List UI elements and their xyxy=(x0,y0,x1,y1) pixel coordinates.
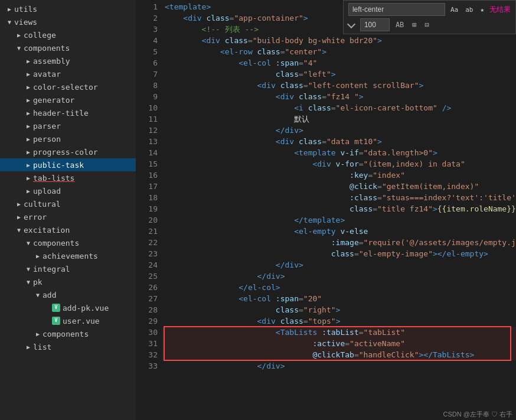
sidebar-item-list[interactable]: ▶ list xyxy=(0,340,136,353)
sidebar-item-utils[interactable]: ▶ utils xyxy=(0,2,136,15)
code-line: <el-empty v-else xyxy=(162,226,516,237)
search-input[interactable] xyxy=(348,3,445,16)
code-line: <el-col :span="20" xyxy=(162,293,516,304)
code-line: </div> xyxy=(162,360,516,372)
sidebar-item-label: utils xyxy=(14,5,131,14)
arrow-icon: ▶ xyxy=(24,58,33,64)
code-line: <template v-if="data.length>0"> xyxy=(162,147,516,158)
sidebar-item-label: excitation xyxy=(24,226,131,235)
arrow-icon: ▼ xyxy=(33,292,43,298)
sidebar-item-achievements[interactable]: ▶ achievements xyxy=(0,249,136,262)
sidebar-item-person[interactable]: ▶ person xyxy=(0,132,136,145)
sidebar-item-cultural[interactable]: ▶ cultural xyxy=(0,197,136,210)
sidebar-item-label: add-pk.vue xyxy=(63,304,131,312)
code-line: class="el-empty-image"></el-empty> xyxy=(162,248,516,259)
code-line: @click="getItem(item,index)" xyxy=(162,181,516,192)
sidebar-item-excitation-components[interactable]: ▼ components xyxy=(0,236,136,249)
arrow-icon: ▼ xyxy=(14,45,24,51)
code-line: <div class="fz14 "> xyxy=(162,91,516,102)
code-line: <div class="data mt10"> xyxy=(162,136,516,147)
code-line: class="title fz14">{{item.roleName}}</di… xyxy=(162,203,516,214)
code-line: <div v-for="(item,index) in data" xyxy=(162,158,516,170)
sidebar-item-label: cultural xyxy=(24,200,131,209)
arrow-icon: ▶ xyxy=(24,162,33,168)
search-btn-aa[interactable]: Aa xyxy=(449,5,460,14)
line-numbers: 1234567891011121314151617181920212223242… xyxy=(136,0,162,420)
arrow-icon: ▶ xyxy=(14,32,24,38)
sidebar-item-label: progress-color xyxy=(33,148,131,157)
arrow-icon: ▶ xyxy=(24,149,33,155)
sidebar-item-label: components xyxy=(33,239,131,248)
sidebar-item-label: views xyxy=(14,18,131,27)
search-btn-ab2[interactable]: AB xyxy=(393,20,406,30)
count-input[interactable] xyxy=(360,18,390,31)
sidebar-item-label: parser xyxy=(33,122,131,131)
sidebar-item-label: add xyxy=(43,291,131,299)
sidebar-item-add-pk[interactable]: V add-pk.vue xyxy=(0,301,136,314)
sidebar: ▶ utils ▼ views ▶ college ▼ components ▶… xyxy=(0,0,136,420)
sidebar-item-color-selector[interactable]: ▶ color-selector xyxy=(0,80,136,93)
arrow-icon: ▶ xyxy=(14,201,24,207)
sidebar-item-tab-lists[interactable]: ▶ tab-lists xyxy=(0,171,136,184)
sidebar-item-add[interactable]: ▼ add xyxy=(0,288,136,301)
search-icon-box2[interactable]: ⊟ xyxy=(423,20,432,30)
sidebar-item-label: components xyxy=(43,330,131,338)
arrow-icon: ▶ xyxy=(24,123,33,129)
sidebar-item-views[interactable]: ▼ views xyxy=(0,15,136,28)
code-line: class="right"> xyxy=(162,304,516,315)
code-line: @clickTab="handleClick"></TabLists> xyxy=(162,349,516,360)
sidebar-item-college[interactable]: ▶ college xyxy=(0,28,136,41)
sidebar-item-assembly[interactable]: ▶ assembly xyxy=(0,54,136,67)
sidebar-item-pk-components[interactable]: ▶ components xyxy=(0,327,136,340)
code-lines[interactable]: <template> <div class="app-container"> <… xyxy=(162,0,516,420)
arrow-icon: ▶ xyxy=(5,6,14,12)
code-line: :key="index" xyxy=(162,170,516,181)
code-line: <div class="tops"> xyxy=(162,315,516,327)
sidebar-item-components[interactable]: ▼ components xyxy=(0,41,136,54)
sidebar-item-label: header-title xyxy=(33,109,131,118)
arrow-icon: ▼ xyxy=(24,266,33,272)
code-content: 1234567891011121314151617181920212223242… xyxy=(136,0,516,420)
sidebar-item-generator[interactable]: ▶ generator xyxy=(0,93,136,106)
sidebar-item-label: tab-lists xyxy=(33,174,131,183)
code-line: :class="stuas===index?'text':'title'" xyxy=(162,192,516,203)
sidebar-item-label: user.vue xyxy=(63,317,131,325)
sidebar-item-progress-color[interactable]: ▶ progress-color xyxy=(0,145,136,158)
arrow-icon: ▼ xyxy=(14,227,24,233)
code-line: <i class="el-icon-caret-bottom" /> xyxy=(162,102,516,113)
arrow-icon: ▶ xyxy=(24,175,33,181)
sidebar-item-avatar[interactable]: ▶ avatar xyxy=(0,67,136,80)
sidebar-item-excitation[interactable]: ▼ excitation xyxy=(0,223,136,236)
code-line: </div> xyxy=(162,125,516,136)
sidebar-item-label: generator xyxy=(33,96,131,105)
sidebar-item-label: avatar xyxy=(33,70,131,79)
code-line: </div> xyxy=(162,271,516,282)
search-icon-box1[interactable]: ⊞ xyxy=(410,20,419,30)
arrow-icon: ▼ xyxy=(24,279,33,285)
sidebar-item-label: list xyxy=(33,343,131,351)
sidebar-item-public-task[interactable]: ▶ public-task xyxy=(0,158,136,171)
code-line: </template> xyxy=(162,214,516,226)
search-btn-ab[interactable]: ab xyxy=(463,5,475,14)
code-line: </el-col> xyxy=(162,282,516,293)
sidebar-item-label: integral xyxy=(33,265,131,274)
search-btn-star[interactable]: ★ xyxy=(478,5,486,14)
arrow-icon: ▶ xyxy=(24,110,33,116)
arrow-icon: ▶ xyxy=(33,253,43,259)
sidebar-item-label: achievements xyxy=(43,252,131,261)
sidebar-item-integral[interactable]: ▼ integral xyxy=(0,262,136,275)
sidebar-item-label: error xyxy=(24,213,131,222)
sidebar-item-parser[interactable]: ▶ parser xyxy=(0,119,136,132)
sidebar-item-error[interactable]: ▶ error xyxy=(0,210,136,223)
arrow-icon: ▶ xyxy=(24,71,33,77)
code-line: </div> xyxy=(162,259,516,271)
vue-file-icon: V xyxy=(52,317,60,325)
sidebar-item-label: pk xyxy=(33,278,131,286)
code-line: <el-col :span="4" xyxy=(162,57,516,69)
no-result-label: 无结果 xyxy=(489,5,511,15)
sidebar-item-pk[interactable]: ▼ pk xyxy=(0,275,136,288)
vue-file-icon: V xyxy=(52,304,60,312)
sidebar-item-header-title[interactable]: ▶ header-title xyxy=(0,106,136,119)
sidebar-item-user[interactable]: V user.vue xyxy=(0,314,136,327)
sidebar-item-upload[interactable]: ▶ upload xyxy=(0,184,136,197)
